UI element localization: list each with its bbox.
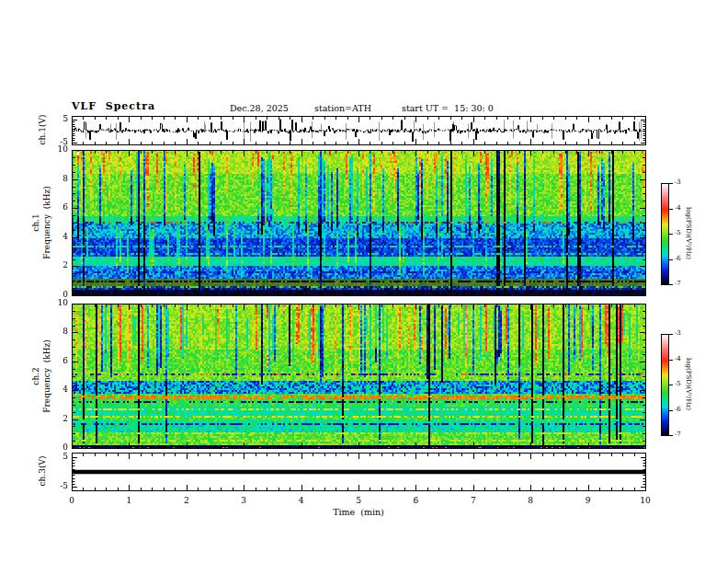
y-tick-label: 4 xyxy=(42,385,68,394)
x-tick-label: 8 xyxy=(521,497,540,505)
time-axis-label: Time (min) xyxy=(303,507,414,517)
x-tick-label: 9 xyxy=(579,497,597,505)
page-title: VLF Spectra xyxy=(72,100,155,112)
y-tick-label: 6 xyxy=(42,357,68,365)
y-tick-label: 6 xyxy=(42,203,68,212)
colorbar-tick xyxy=(669,385,673,385)
colorbar-tick xyxy=(669,334,673,335)
colorbar-tick-label: -4 xyxy=(675,205,691,212)
y-tick-label: 0 xyxy=(42,443,68,452)
colorbar-tick-label: -3 xyxy=(675,179,691,186)
ch1-waveform-panel xyxy=(72,116,646,145)
x-tick-label: 6 xyxy=(406,497,425,505)
x-tick-label: 1 xyxy=(119,497,138,505)
x-tick-label: 7 xyxy=(464,497,483,505)
colorbar-ch2 xyxy=(661,334,669,436)
ch2-spectrogram-channel-label: ch.2 xyxy=(32,321,41,431)
colorbar-tick-label: -4 xyxy=(675,356,691,362)
colorbar-tick xyxy=(669,284,673,285)
y-tick-label: 5 xyxy=(42,115,68,123)
colorbar-tick xyxy=(669,410,673,411)
x-tick-label: 10 xyxy=(636,497,654,505)
colorbar-tick-label: -7 xyxy=(675,281,691,287)
ch2-spectrogram-panel xyxy=(72,304,646,449)
x-tick-label: 0 xyxy=(63,497,81,505)
colorbar-tick-label: -6 xyxy=(675,407,691,413)
y-tick-label: 10 xyxy=(42,145,68,154)
y-tick-label: 5 xyxy=(42,453,68,461)
colorbar-tick-label: -5 xyxy=(675,230,691,236)
x-tick-label: 4 xyxy=(292,497,311,505)
x-tick-label: 2 xyxy=(177,497,196,505)
colorbar-tick xyxy=(669,183,673,184)
y-tick-label: 2 xyxy=(42,261,68,270)
y-tick-label: 8 xyxy=(42,175,68,183)
date-label: Dec.28, 2025 xyxy=(230,103,289,113)
ch3-waveform-panel xyxy=(72,453,646,491)
colorbar-tick xyxy=(669,209,673,210)
colorbar-tick xyxy=(669,435,673,436)
colorbar-tick-label: -7 xyxy=(675,431,691,438)
colorbar-tick-label: -5 xyxy=(675,381,691,387)
start-ut-label: start UT = 15: 30: 0 xyxy=(402,103,494,113)
colorbar-ch1 xyxy=(661,183,669,285)
ch1-spectrogram-panel xyxy=(72,150,646,296)
y-tick-label: 10 xyxy=(42,299,68,307)
x-tick-label: 5 xyxy=(349,497,368,505)
colorbar-tick-label: -3 xyxy=(675,330,691,337)
y-tick-label: 4 xyxy=(42,233,68,241)
station-label: station=ATH xyxy=(314,103,371,113)
y-tick-label: -5 xyxy=(42,482,68,490)
colorbar-tick xyxy=(669,259,673,260)
vlf-spectra-figure: VLF Spectra Dec.28, 2025 station=ATH sta… xyxy=(0,0,728,563)
x-tick-label: 3 xyxy=(234,497,253,505)
y-tick-label: 2 xyxy=(42,415,68,423)
ch1-spectrogram-channel-label: ch.1 xyxy=(32,167,41,278)
ch3-voltage-axis-label: ch.3(V) xyxy=(39,416,48,526)
colorbar-tick-label: -6 xyxy=(675,256,691,262)
y-tick-label: 8 xyxy=(42,327,68,336)
colorbar-tick xyxy=(669,360,673,361)
colorbar-tick xyxy=(669,234,673,235)
